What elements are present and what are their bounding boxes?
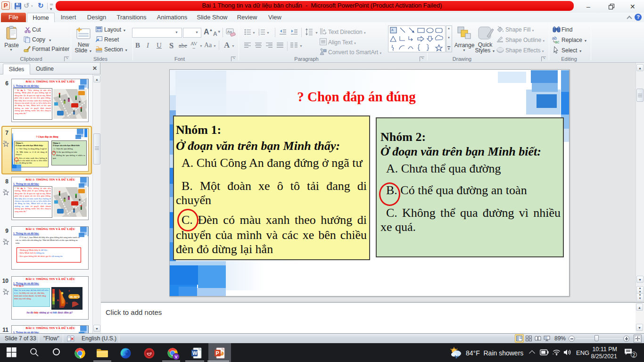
svg-text:ac: ac xyxy=(555,40,560,44)
svg-text:38-40°C: 38-40°C xyxy=(70,296,81,298)
svg-text:3: 3 xyxy=(258,33,260,36)
svg-text:A: A xyxy=(323,28,326,33)
svg-text:W: W xyxy=(192,350,198,356)
svg-text:A: A xyxy=(391,28,394,32)
svg-text:P: P xyxy=(216,350,219,356)
svg-text:*: * xyxy=(553,353,554,355)
